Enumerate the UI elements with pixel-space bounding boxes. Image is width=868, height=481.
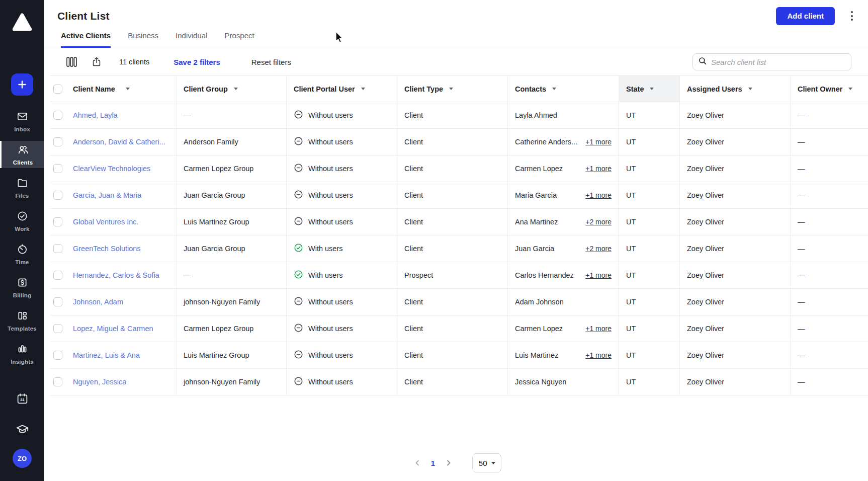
sidebar-item-clients[interactable]: Clients: [0, 141, 44, 168]
search-input[interactable]: [711, 58, 846, 66]
more-options-icon[interactable]: [848, 8, 856, 24]
more-contacts-link[interactable]: +2 more: [585, 245, 612, 253]
insights-icon: [17, 343, 28, 357]
more-contacts-link[interactable]: +1 more: [585, 325, 612, 333]
client-name-link[interactable]: Nguyen, Jessica: [73, 378, 126, 386]
contact-name: Maria Garcia: [515, 191, 557, 199]
column-header-label: Client Name: [73, 85, 115, 93]
client-group-cell: Luis Martinez Group: [177, 342, 287, 368]
client-name-link[interactable]: Johnson, Adam: [73, 298, 123, 306]
sort-caret-icon[interactable]: [748, 88, 752, 90]
create-new-button[interactable]: [11, 73, 33, 96]
more-contacts-link[interactable]: +1 more: [585, 351, 612, 359]
more-contacts-link[interactable]: +1 more: [585, 138, 612, 146]
tab-business[interactable]: Business: [128, 31, 158, 48]
reset-filters-link[interactable]: Reset filters: [251, 58, 291, 66]
sidebar-item-billing[interactable]: Billing: [0, 274, 44, 301]
portal-user-status: Without users: [308, 378, 353, 386]
more-contacts-link[interactable]: +1 more: [585, 165, 612, 173]
client-owner-cell: —: [791, 289, 868, 315]
columns-icon[interactable]: [65, 56, 78, 68]
graduation-cap-icon[interactable]: [0, 423, 44, 436]
client-name-link[interactable]: Anderson, David & Catheri...: [73, 138, 165, 146]
assigned-users-cell: Zoey Oliver: [680, 155, 791, 182]
client-name-link[interactable]: Martinez, Luis & Ana: [73, 351, 140, 359]
sidebar-item-insights[interactable]: Insights: [0, 340, 44, 367]
sidebar-item-label: Templates: [8, 326, 37, 332]
tab-active-clients[interactable]: Active Clients: [61, 31, 111, 48]
sidebar-item-label: Inbox: [14, 126, 30, 132]
client-name-link[interactable]: ClearView Technologies: [73, 165, 150, 173]
state-cell: UT: [619, 182, 680, 208]
client-group-cell: Carmen Lopez Group: [177, 155, 287, 182]
client-owner-cell: —: [791, 342, 868, 368]
assigned-users-cell: Zoey Oliver: [680, 235, 791, 262]
sort-caret-icon[interactable]: [361, 88, 365, 90]
client-group-cell: Juan Garcia Group: [177, 182, 287, 208]
row-checkbox[interactable]: [53, 351, 62, 360]
svg-text:31: 31: [20, 397, 25, 402]
tab-prospect[interactable]: Prospect: [224, 31, 254, 48]
more-contacts-link[interactable]: +1 more: [585, 191, 612, 199]
files-icon: [17, 177, 28, 191]
sort-caret-icon[interactable]: [449, 88, 453, 90]
sidebar-item-time[interactable]: Time: [0, 240, 44, 268]
row-checkbox[interactable]: [53, 191, 62, 200]
row-checkbox[interactable]: [53, 244, 62, 253]
contact-name: Catherine Anders...: [515, 138, 577, 146]
add-client-button[interactable]: Add client: [776, 7, 835, 25]
contact-name: Carmen Lopez: [515, 165, 563, 173]
contact-name: Adam Johnson: [515, 298, 564, 306]
tab-individual[interactable]: Individual: [176, 31, 207, 48]
client-type-cell: Client: [397, 102, 508, 128]
client-name-link[interactable]: Ahmed, Layla: [73, 111, 118, 119]
row-checkbox[interactable]: [53, 217, 62, 226]
sort-caret-icon[interactable]: [552, 88, 556, 90]
sort-caret-icon[interactable]: [126, 88, 130, 90]
client-name-link[interactable]: Garcia, Juan & Maria: [73, 191, 141, 199]
client-name-link[interactable]: Hernandez, Carlos & Sofia: [73, 271, 159, 279]
user-avatar[interactable]: ZO: [13, 449, 32, 468]
assigned-users-cell: Zoey Oliver: [680, 289, 791, 315]
row-checkbox[interactable]: [53, 297, 62, 306]
export-icon[interactable]: [91, 56, 102, 68]
without-users-icon: [294, 163, 303, 174]
column-header-label: State: [626, 85, 644, 93]
client-owner-cell: —: [791, 155, 868, 182]
client-name-link[interactable]: GreenTech Solutions: [73, 245, 141, 253]
row-checkbox[interactable]: [53, 271, 62, 280]
page-size-select[interactable]: 50: [472, 453, 501, 472]
more-contacts-link[interactable]: +1 more: [585, 271, 612, 279]
client-type-cell: Client: [397, 235, 508, 262]
save-filters-link[interactable]: Save 2 filters: [173, 58, 220, 66]
row-checkbox[interactable]: [53, 137, 62, 146]
without-users-icon: [294, 323, 303, 334]
inbox-icon: [17, 111, 28, 124]
row-checkbox[interactable]: [53, 111, 62, 120]
sort-caret-icon[interactable]: [848, 88, 852, 90]
row-checkbox[interactable]: [53, 164, 62, 173]
more-contacts-link[interactable]: +2 more: [585, 218, 612, 226]
calendar-31-icon[interactable]: 31: [0, 392, 44, 406]
app-logo-icon[interactable]: [11, 11, 33, 33]
previous-page-icon[interactable]: [411, 456, 424, 469]
sort-caret-icon[interactable]: [234, 88, 238, 90]
client-name-link[interactable]: Global Ventures Inc.: [73, 218, 139, 226]
contact-name: Ana Martinez: [515, 218, 558, 226]
state-cell: UT: [619, 342, 680, 368]
sort-caret-icon[interactable]: [650, 88, 654, 90]
sidebar-item-templates[interactable]: Templates: [0, 307, 44, 334]
sidebar-item-inbox[interactable]: Inbox: [0, 108, 44, 135]
current-page[interactable]: 1: [431, 459, 435, 467]
next-page-icon[interactable]: [442, 456, 455, 469]
client-group-cell: johnson-Nguyen Family: [177, 369, 287, 395]
row-checkbox[interactable]: [53, 324, 62, 333]
select-all-checkbox[interactable]: [53, 85, 62, 94]
client-name-link[interactable]: Lopez, Miguel & Carmen: [73, 325, 153, 333]
row-checkbox[interactable]: [53, 377, 62, 386]
sidebar-item-files[interactable]: Files: [0, 174, 44, 201]
assigned-users-cell: Zoey Oliver: [680, 342, 791, 368]
portal-user-status: Without users: [308, 218, 353, 226]
client-type-cell: Client: [397, 129, 508, 155]
sidebar-item-work[interactable]: Work: [0, 207, 44, 234]
